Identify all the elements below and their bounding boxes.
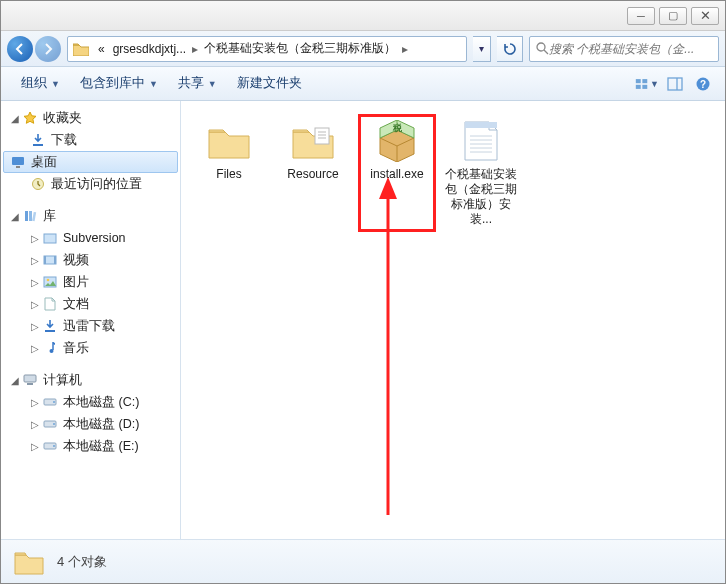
sidebar-item-videos[interactable]: ▷视频 <box>3 249 178 271</box>
svg-rect-11 <box>12 157 24 165</box>
picture-icon <box>41 274 59 290</box>
music-icon <box>41 340 59 356</box>
address-bar: « grsesdkdjxtj... ▸ 个税基础安装包（金税三期标准版） ▸ ▾ <box>1 31 725 67</box>
file-list[interactable]: Files Resource 税 <box>181 101 725 539</box>
minimize-button[interactable]: ─ <box>627 7 655 25</box>
svg-point-0 <box>537 43 545 51</box>
search-icon <box>536 42 549 55</box>
svg-point-24 <box>50 349 54 353</box>
folder-icon <box>289 119 337 163</box>
folder-icon <box>13 546 45 578</box>
breadcrumb-dropdown[interactable]: ▾ <box>473 36 491 62</box>
arrow-left-icon <box>14 43 26 55</box>
collapse-icon: ◢ <box>9 375 21 386</box>
organize-menu[interactable]: 组织▼ <box>11 71 70 96</box>
svg-rect-2 <box>636 79 641 83</box>
refresh-icon <box>503 42 517 56</box>
help-button[interactable]: ? <box>691 72 715 96</box>
download-icon <box>29 132 47 148</box>
folder-icon <box>41 230 59 246</box>
breadcrumb-seg[interactable]: grsesdkdjxtj... <box>109 42 190 56</box>
chevron-down-icon: ▼ <box>650 79 659 89</box>
sidebar-item-downloads[interactable]: 下载 <box>3 129 178 151</box>
folder-icon <box>72 40 90 58</box>
file-item-installer[interactable]: 税 install.exe <box>359 115 435 231</box>
video-icon <box>41 252 59 268</box>
chevron-right-icon: ▸ <box>190 42 200 56</box>
svg-point-32 <box>53 445 55 447</box>
expand-icon: ▷ <box>29 233 41 244</box>
svg-rect-12 <box>16 166 20 168</box>
svg-text:税: 税 <box>392 123 403 133</box>
forward-button[interactable] <box>35 36 61 62</box>
drive-icon <box>41 416 59 432</box>
body: ◢ 收藏夹 下载 桌面 最近访问的位置 <box>1 101 725 539</box>
explorer-window: ─ ▢ ✕ « grsesdkdjxtj... ▸ 个税基础安装包（金税三期标准… <box>0 0 726 584</box>
expand-icon: ▷ <box>29 277 41 288</box>
file-item-folder[interactable]: Files <box>191 115 267 231</box>
sidebar-item-music[interactable]: ▷音乐 <box>3 337 178 359</box>
file-item-textfile[interactable]: 个税基础安装包（金税三期标准版）安装... <box>443 115 519 231</box>
svg-rect-6 <box>668 78 682 90</box>
svg-rect-38 <box>465 122 497 128</box>
maximize-button[interactable]: ▢ <box>659 7 687 25</box>
libraries-group[interactable]: ◢ 库 <box>3 205 178 227</box>
svg-rect-14 <box>25 211 28 221</box>
search-box[interactable] <box>529 36 719 62</box>
sidebar-item-drive-c[interactable]: ▷本地磁盘 (C:) <box>3 391 178 413</box>
desktop-icon <box>9 154 27 170</box>
svg-rect-4 <box>636 84 641 88</box>
preview-pane-icon <box>667 77 683 91</box>
arrow-right-icon <box>42 43 54 55</box>
sidebar-item-pictures[interactable]: ▷图片 <box>3 271 178 293</box>
svg-rect-20 <box>54 256 56 264</box>
svg-point-28 <box>53 401 55 403</box>
sidebar-item-subversion[interactable]: ▷Subversion <box>3 227 178 249</box>
sidebar-item-documents[interactable]: ▷文档 <box>3 293 178 315</box>
expand-icon: ▷ <box>29 419 41 430</box>
view-options-button[interactable]: ▼ <box>635 72 659 96</box>
download-icon <box>41 318 59 334</box>
library-icon <box>21 208 39 224</box>
document-icon <box>41 296 59 312</box>
sidebar-item-xunlei[interactable]: ▷迅雷下载 <box>3 315 178 337</box>
svg-rect-17 <box>44 234 56 243</box>
computer-group[interactable]: ◢ 计算机 <box>3 369 178 391</box>
refresh-button[interactable] <box>497 36 523 62</box>
file-item-folder[interactable]: Resource <box>275 115 351 231</box>
breadcrumb-prefix[interactable]: « <box>94 42 109 56</box>
svg-rect-25 <box>24 375 36 382</box>
collapse-icon: ◢ <box>9 113 21 124</box>
svg-point-22 <box>47 279 50 282</box>
sidebar-item-desktop[interactable]: 桌面 <box>3 151 178 173</box>
computer-icon <box>21 372 39 388</box>
recent-icon <box>29 176 47 192</box>
expand-icon: ▷ <box>29 343 41 354</box>
share-menu[interactable]: 共享▼ <box>168 71 227 96</box>
toolbar: 组织▼ 包含到库中▼ 共享▼ 新建文件夹 ▼ ? <box>1 67 725 101</box>
chevron-down-icon: ▼ <box>51 79 60 89</box>
breadcrumb[interactable]: « grsesdkdjxtj... ▸ 个税基础安装包（金税三期标准版） ▸ <box>67 36 467 62</box>
navigation-pane[interactable]: ◢ 收藏夹 下载 桌面 最近访问的位置 <box>1 101 181 539</box>
back-button[interactable] <box>7 36 33 62</box>
new-folder-button[interactable]: 新建文件夹 <box>227 71 312 96</box>
svg-rect-23 <box>45 330 55 332</box>
favorites-group[interactable]: ◢ 收藏夹 <box>3 107 178 129</box>
drive-icon <box>41 394 59 410</box>
sidebar-item-drive-e[interactable]: ▷本地磁盘 (E:) <box>3 435 178 457</box>
search-input[interactable] <box>549 42 712 56</box>
breadcrumb-seg[interactable]: 个税基础安装包（金税三期标准版） <box>200 40 400 57</box>
favorites-label: 收藏夹 <box>43 110 82 127</box>
expand-icon: ▷ <box>29 255 41 266</box>
installer-icon: 税 <box>373 119 421 163</box>
sidebar-item-drive-d[interactable]: ▷本地磁盘 (D:) <box>3 413 178 435</box>
include-in-library-menu[interactable]: 包含到库中▼ <box>70 71 168 96</box>
close-button[interactable]: ✕ <box>691 7 719 25</box>
computer-label: 计算机 <box>43 372 82 389</box>
folder-icon <box>205 119 253 163</box>
status-bar: 4 个对象 <box>1 539 725 583</box>
sidebar-item-recent[interactable]: 最近访问的位置 <box>3 173 178 195</box>
svg-rect-19 <box>44 256 46 264</box>
chevron-down-icon: ▼ <box>149 79 158 89</box>
preview-pane-button[interactable] <box>663 72 687 96</box>
